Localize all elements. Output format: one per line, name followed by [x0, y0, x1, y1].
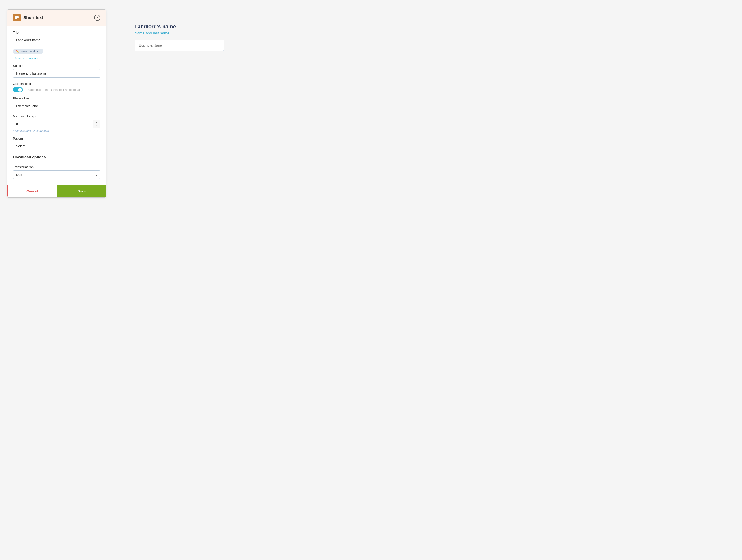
max-length-field-group: Maximum Lenght ▲ ▼ Example: max 32 chara… [13, 114, 100, 133]
pattern-select-wrapper: Select... Email Phone Number URL ⌄ [13, 142, 100, 150]
tag-value: {nameLandlord} [20, 50, 41, 53]
preview-input[interactable] [135, 40, 224, 51]
dialog-header-left: Short text [13, 14, 43, 21]
advanced-options-toggle[interactable]: - Advanced options [13, 57, 39, 60]
optional-hint-text: Enable this to mark this field as option… [26, 88, 80, 92]
title-label: Title [13, 31, 100, 34]
pencil-icon: ✏️ [16, 50, 19, 53]
tag-row: ✏️ {nameLandlord} [13, 49, 100, 54]
optional-row: Enable this to mark this field as option… [13, 87, 100, 92]
placeholder-input[interactable] [13, 102, 100, 110]
optional-field-group: Optional field Enable this to mark this … [13, 82, 100, 92]
preview-title: Landlord's name [135, 23, 176, 30]
pattern-label: Pattern [13, 137, 100, 140]
preview-panel: Landlord's name Name and last name [125, 9, 735, 65]
number-spinners: ▲ ▼ [93, 120, 100, 128]
name-tag-badge[interactable]: ✏️ {nameLandlord} [13, 49, 43, 54]
placeholder-label: Placeholder [13, 97, 100, 100]
max-length-hint: Example: max 32 characters [13, 129, 100, 133]
short-text-dialog: Short text ? Title ✏️ {nameLandlord} - A… [7, 9, 106, 198]
download-section-title: Download options [13, 155, 100, 159]
page-layout: Short text ? Title ✏️ {nameLandlord} - A… [7, 9, 735, 198]
transformation-select[interactable]: Non Uppercase Lowercase Capitalize [13, 170, 100, 179]
transformation-field-group: Transformation Non Uppercase Lowercase C… [13, 165, 100, 179]
svg-rect-0 [15, 16, 19, 17]
decrement-button[interactable]: ▼ [94, 124, 100, 129]
transformation-label: Transformation [13, 165, 100, 169]
short-text-icon [13, 14, 20, 21]
title-field-group: Title [13, 31, 100, 44]
subtitle-input[interactable] [13, 69, 100, 78]
optional-toggle[interactable] [13, 87, 23, 92]
download-section-divider: Download options [13, 155, 100, 161]
max-length-wrapper: ▲ ▼ [13, 120, 100, 128]
svg-rect-1 [15, 17, 19, 18]
help-icon[interactable]: ? [94, 15, 100, 21]
optional-field-label: Optional field [13, 82, 100, 86]
pattern-field-group: Pattern Select... Email Phone Number URL… [13, 137, 100, 150]
dialog-footer: Cancel Save [7, 185, 106, 197]
transformation-select-wrapper: Non Uppercase Lowercase Capitalize ⌄ [13, 170, 100, 179]
title-input[interactable] [13, 36, 100, 44]
increment-button[interactable]: ▲ [94, 120, 100, 124]
preview-subtitle: Name and last name [135, 31, 169, 36]
max-length-label: Maximum Lenght [13, 114, 100, 118]
placeholder-field-group: Placeholder [13, 97, 100, 110]
svg-rect-2 [15, 18, 17, 19]
pattern-select[interactable]: Select... Email Phone Number URL [13, 142, 100, 150]
save-button[interactable]: Save [57, 185, 106, 197]
dialog-body: Title ✏️ {nameLandlord} - Advanced optio… [7, 26, 106, 179]
toggle-slider [13, 87, 23, 92]
max-length-input[interactable] [13, 120, 100, 128]
dialog-title: Short text [23, 15, 43, 20]
dialog-header: Short text ? [7, 10, 106, 26]
cancel-button[interactable]: Cancel [7, 185, 57, 197]
subtitle-field-group: Subtitle [13, 64, 100, 78]
subtitle-label: Subtitle [13, 64, 100, 67]
